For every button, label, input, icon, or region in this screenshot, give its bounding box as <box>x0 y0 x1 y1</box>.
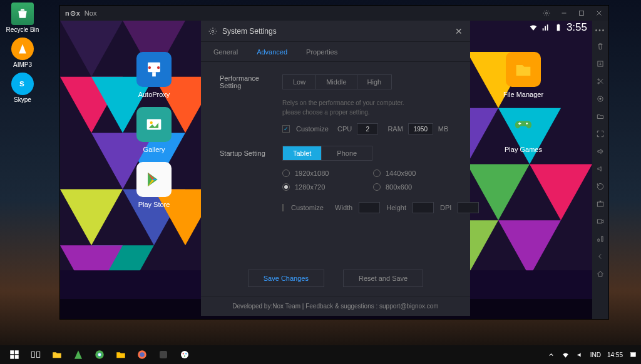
desktop-icon-skype[interactable]: S Skype <box>4 73 41 103</box>
battery-icon <box>554 23 563 32</box>
app-gallery[interactable]: Gallery <box>129 107 179 153</box>
app-label: Gallery <box>143 146 165 153</box>
desktop-icon-recyclebin[interactable]: Recycle Bin <box>4 3 41 33</box>
side-location-icon[interactable] <box>595 94 605 104</box>
taskbar-folder-icon[interactable] <box>46 346 68 363</box>
svg-rect-52 <box>15 355 19 359</box>
tray-wifi-icon[interactable] <box>562 351 570 359</box>
res-1280x720-radio[interactable]: 1280x720 <box>282 183 361 191</box>
perf-hint: Relys on the performance of your compute… <box>282 98 451 117</box>
side-volumedown-icon[interactable] <box>595 164 605 174</box>
svg-rect-65 <box>631 352 636 356</box>
startup-tablet-button[interactable]: Tablet <box>283 146 322 160</box>
nox-title-text: Nox <box>85 9 97 17</box>
side-scissors-icon[interactable] <box>595 76 605 86</box>
svg-rect-38 <box>520 122 520 124</box>
res-1920x1080-radio[interactable]: 1920x1080 <box>282 169 361 177</box>
gear-icon <box>208 27 217 36</box>
tab-advanced[interactable]: Advanced <box>257 48 287 56</box>
taskbar-app1-icon[interactable] <box>68 346 89 363</box>
tray-notif-icon[interactable] <box>629 351 637 359</box>
perf-middle-button[interactable]: Middle <box>316 75 357 89</box>
dpi-input[interactable] <box>458 202 479 213</box>
side-record-icon[interactable] <box>595 216 605 226</box>
dpi-label: DPI <box>440 204 451 211</box>
desktop-icon-aimp[interactable]: AIMP3 <box>4 38 41 68</box>
maximize-icon[interactable] <box>577 9 586 18</box>
taskbar-firefox-icon[interactable] <box>131 346 153 363</box>
side-fullscreen-icon[interactable] <box>595 129 605 139</box>
app-label: Play Games <box>505 146 542 153</box>
android-screen: 3:55 AutoProxy Gallery Play Store File M… <box>60 21 592 319</box>
ram-input[interactable] <box>408 123 433 134</box>
app-autoproxy[interactable]: AutoProxy <box>129 52 179 98</box>
perf-high-button[interactable]: High <box>357 75 392 89</box>
perf-low-button[interactable]: Low <box>283 75 316 89</box>
tray-up-icon[interactable] <box>547 351 555 359</box>
svg-point-64 <box>184 355 185 356</box>
tray-time[interactable]: 14:55 <box>607 351 623 358</box>
taskview-icon[interactable] <box>25 346 46 363</box>
tab-properties[interactable]: Properties <box>306 48 337 56</box>
customize-perf-checkbox[interactable]: ✓ <box>282 125 290 133</box>
width-label: Width <box>335 204 352 211</box>
tray-sound-icon[interactable] <box>576 351 584 359</box>
nox-side-toolbar: ••• <box>592 21 608 319</box>
svg-rect-50 <box>15 350 19 354</box>
side-keyboard-icon[interactable] <box>595 234 605 244</box>
customize-res-label: Customize <box>291 204 324 211</box>
side-screenshot-icon[interactable] <box>595 199 605 209</box>
perf-label: Performance Setting <box>220 74 282 89</box>
reset-and-save-button[interactable]: Reset and Save <box>343 270 423 287</box>
svg-point-32 <box>148 66 151 69</box>
customize-res-checkbox[interactable] <box>282 204 284 211</box>
minimize-icon[interactable] <box>560 9 568 18</box>
res-800x600-radio[interactable]: 800x600 <box>373 183 451 191</box>
mb-label: MB <box>438 125 449 133</box>
save-changes-button[interactable]: Save Changes <box>248 270 324 287</box>
height-input[interactable] <box>413 202 434 213</box>
taskbar-nox-icon[interactable] <box>153 346 174 363</box>
startup-phone-button[interactable]: Phone <box>322 146 372 160</box>
settings-gear-icon[interactable] <box>542 9 551 18</box>
side-more-icon[interactable]: ••• <box>595 27 606 34</box>
side-folder-icon[interactable] <box>595 111 605 121</box>
side-trash-icon[interactable] <box>595 41 605 51</box>
icon-label: Recycle Bin <box>6 26 39 33</box>
width-input[interactable] <box>359 202 380 213</box>
dialog-title: System Settings ✕ <box>201 21 470 42</box>
side-rotate-icon[interactable] <box>595 181 605 191</box>
status-time: 3:55 <box>567 21 587 34</box>
taskbar-paint-icon[interactable] <box>174 346 195 363</box>
svg-point-63 <box>185 353 187 354</box>
app-playstore[interactable]: Play Store <box>129 162 179 208</box>
startup-segmented: Tablet Phone <box>282 146 372 161</box>
side-back-icon[interactable] <box>595 251 605 261</box>
close-icon[interactable] <box>595 9 603 18</box>
taskbar-explorer-icon[interactable] <box>110 346 131 363</box>
app-label: Play Store <box>138 201 170 208</box>
cpu-input[interactable] <box>357 123 378 134</box>
svg-point-41 <box>212 30 214 33</box>
svg-rect-47 <box>597 202 603 206</box>
app-filemanager[interactable]: File Manager <box>498 52 548 98</box>
svg-rect-48 <box>597 220 602 223</box>
svg-point-1 <box>546 13 548 14</box>
side-home-icon[interactable] <box>595 269 605 279</box>
side-install-icon[interactable] <box>595 59 605 69</box>
tray-lang[interactable]: IND <box>590 351 601 358</box>
dialog-close-icon[interactable]: ✕ <box>455 26 463 36</box>
app-playgames[interactable]: Play Games <box>498 107 548 153</box>
taskbar-chrome-icon[interactable] <box>89 346 110 363</box>
start-button[interactable] <box>4 346 25 363</box>
icon-label: AIMP3 <box>13 61 32 68</box>
ram-label: RAM <box>387 125 403 133</box>
res-1440x900-radio[interactable]: 1440x900 <box>373 169 451 177</box>
side-volumeup-icon[interactable] <box>595 146 605 156</box>
tab-general[interactable]: General <box>213 48 238 56</box>
svg-point-43 <box>598 79 599 80</box>
svg-point-33 <box>157 66 160 69</box>
svg-point-57 <box>98 353 101 356</box>
customize-label: Customize <box>296 125 329 133</box>
dialog-title-text: System Settings <box>222 27 277 36</box>
